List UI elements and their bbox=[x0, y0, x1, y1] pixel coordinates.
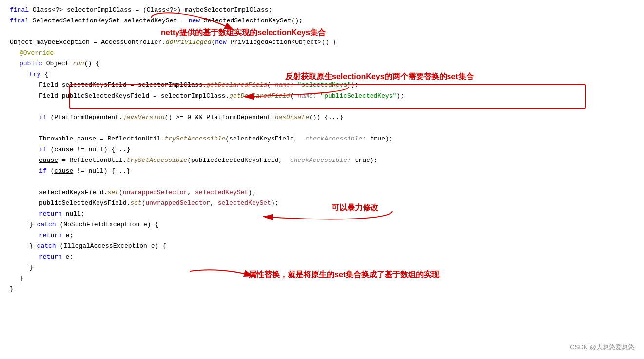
code-line-22: return e; bbox=[10, 230, 634, 241]
code-line-5: @Override bbox=[10, 48, 634, 59]
code-line-16: if (cause != null) {...} bbox=[10, 166, 634, 177]
code-line-14: if (cause != null) {...} bbox=[10, 144, 634, 155]
annotation-label-1: netty提供的基于数组实现的selectionKeys集合 bbox=[161, 28, 326, 38]
code-line-27: } bbox=[10, 284, 634, 295]
code-line-24: return e; bbox=[10, 252, 634, 262]
annotation-label-3: 可以暴力修改 bbox=[332, 203, 378, 213]
code-line-19: publicSelectedKeysField.set(unwrappedSel… bbox=[10, 198, 634, 209]
watermark: CSDN @大忽悠爱忽悠 bbox=[570, 343, 634, 352]
code-line-13: Throwable cause = ReflectionUtil.trySetA… bbox=[10, 134, 634, 144]
code-line-9: Field publicSelectedKeysField = selector… bbox=[10, 91, 634, 101]
code-line-10 bbox=[10, 101, 634, 112]
code-line-4: Object maybeException = AccessController… bbox=[10, 37, 634, 48]
annotation-label-4: 属性替换，就是将原生的set集合换成了基于数组的实现 bbox=[249, 270, 439, 280]
code-line-20: return null; bbox=[10, 209, 634, 219]
code-line-23: } catch (IllegalAccessException e) { bbox=[10, 241, 634, 252]
annotation-label-2: 反射获取原生selectionKeys的两个需要替换的set集合 bbox=[285, 72, 474, 82]
code-line-12 bbox=[10, 123, 634, 134]
code-line-1: final Class<?> selectorImplClass = (Clas… bbox=[10, 5, 634, 16]
code-line-21: } catch (NoSuchFieldException e) { bbox=[10, 219, 634, 230]
code-line-2: final SelectedSelectionKeySet selectedKe… bbox=[10, 16, 634, 26]
code-container: final Class<?> selectorImplClass = (Clas… bbox=[0, 0, 644, 359]
code-line-15: cause = ReflectionUtil.trySetAccessible(… bbox=[10, 155, 634, 166]
code-line-11: if (PlatformDependent.javaVersion() >= 9… bbox=[10, 112, 634, 123]
code-line-18: selectedKeysField.set(unwrappedSelector,… bbox=[10, 187, 634, 198]
code-line-17 bbox=[10, 177, 634, 187]
code-line-6: public Object run() { bbox=[10, 59, 634, 69]
